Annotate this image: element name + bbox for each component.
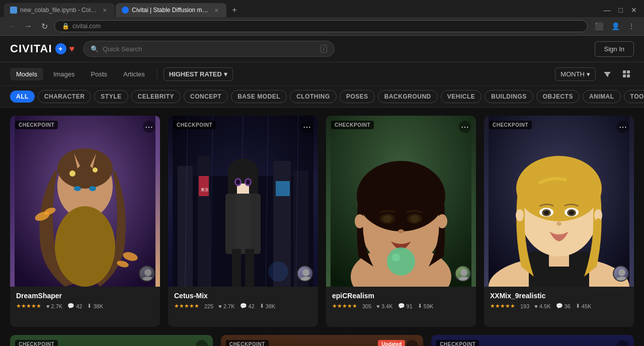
model-card-partial-3[interactable]: CHECKPOINT ⋯ xyxy=(431,335,634,346)
card-more-epic[interactable]: ⋯ xyxy=(459,121,471,133)
category-tool[interactable]: TOOL xyxy=(624,90,644,103)
sort-label: HIGHEST RATED xyxy=(169,70,222,78)
model-card-xxmix[interactable]: CHECKPOINT ⋯ xyxy=(484,116,634,327)
profile-button[interactable]: 👤 xyxy=(608,21,623,31)
card-more-xxmix[interactable]: ⋯ xyxy=(617,121,629,133)
svg-rect-21 xyxy=(178,166,193,287)
category-concept[interactable]: CONCEPT xyxy=(184,90,228,103)
sign-in-button[interactable]: Sign In xyxy=(595,41,634,57)
svg-point-8 xyxy=(55,206,115,287)
svg-point-55 xyxy=(410,215,419,222)
category-buildings[interactable]: BUILDINGS xyxy=(485,90,533,103)
tab-close-civitai[interactable]: ✕ xyxy=(212,6,220,14)
search-input[interactable] xyxy=(103,45,316,53)
card-artwork-epic xyxy=(326,116,476,287)
svg-point-54 xyxy=(383,215,392,222)
svg-point-58 xyxy=(392,253,400,262)
svg-point-15 xyxy=(69,170,75,177)
svg-point-7 xyxy=(57,148,113,189)
card-badge-dreamshaper: CHECKPOINT xyxy=(15,121,58,129)
back-button[interactable]: ← xyxy=(6,21,18,32)
refresh-button[interactable]: ↻ xyxy=(38,21,50,32)
svg-point-73 xyxy=(544,211,549,215)
layout-icon-button[interactable] xyxy=(619,66,634,81)
site-header: CIVITAI + ♥ 🔍 / Sign In xyxy=(0,36,644,62)
comments-dreamshaper: 💬 42 xyxy=(67,303,82,309)
category-all[interactable]: ALL xyxy=(10,91,35,103)
sort-button[interactable]: HIGHEST RATED ▾ xyxy=(164,67,233,81)
card-image-epic xyxy=(326,116,476,287)
url-text: civitai.com xyxy=(72,23,101,30)
comments-cetus: 💬 42 xyxy=(240,303,255,309)
period-button[interactable]: MONTH ▾ xyxy=(555,67,596,81)
search-box[interactable]: 🔍 / xyxy=(83,41,335,57)
forward-button[interactable]: → xyxy=(22,21,34,32)
filter-icon xyxy=(603,70,611,78)
category-celebrity[interactable]: CELEBRITY xyxy=(131,90,181,103)
card-avatar-dreamshaper xyxy=(139,266,155,282)
tab-add-button[interactable]: + xyxy=(227,3,242,17)
svg-point-16 xyxy=(93,167,98,172)
category-objects[interactable]: OBJECTS xyxy=(536,90,580,103)
svg-rect-27 xyxy=(276,181,290,196)
site-logo[interactable]: CIVITAI + ♥ xyxy=(10,42,75,55)
filter-tab-images[interactable]: Images xyxy=(47,68,81,80)
filter-icon-button[interactable] xyxy=(600,66,615,81)
svg-point-59 xyxy=(355,214,365,228)
svg-point-45 xyxy=(268,262,288,282)
model-card-dreamshaper[interactable]: CHECKPOINT ⋯ xyxy=(10,116,160,327)
model-card-partial-2[interactable]: CHECKPOINT Updated ⋯ xyxy=(221,335,424,346)
category-vehicle[interactable]: VEHICLE xyxy=(441,90,482,103)
favorites-icon[interactable]: ♥ xyxy=(69,44,75,54)
tab-jupyter[interactable]: new_colab_file.ipynb - Colabora... ✕ xyxy=(4,3,115,17)
address-bar: ← → ↻ 🔒 civitai.com ⬛ 👤 ⋮ xyxy=(0,17,644,35)
browser-window-controls: — □ ✕ xyxy=(601,5,640,15)
svg-point-75 xyxy=(556,222,561,226)
category-base-model[interactable]: BASE MODEL xyxy=(231,90,287,103)
card-info-dreamshaper: DreamShaper ★★★★★ ♥ 2.7K 💬 42 ⬇ 38K xyxy=(10,287,160,314)
card-avatar-cetus xyxy=(297,266,313,282)
card-badge-partial-1: CHECKPOINT xyxy=(15,340,58,346)
card-more-cetus[interactable]: ⋯ xyxy=(301,121,313,133)
category-animal[interactable]: ANIMAL xyxy=(583,90,621,103)
svg-point-74 xyxy=(569,211,574,215)
svg-point-14 xyxy=(89,186,96,191)
browser-actions: ⬛ 👤 ⋮ xyxy=(592,21,638,31)
tab-bar: new_colab_file.ipynb - Colabora... ✕ Civ… xyxy=(0,0,644,17)
updated-badge-partial-2: Updated xyxy=(378,340,405,346)
layout-icon xyxy=(622,70,630,78)
logo-plus-button[interactable]: + xyxy=(55,43,66,54)
model-card-partial-1[interactable]: CHECKPOINT ⋯ xyxy=(10,335,213,346)
stars-dreamshaper: ★★★★★ xyxy=(16,303,41,309)
model-card-epic[interactable]: CHECKPOINT ⋯ xyxy=(326,116,476,327)
url-input[interactable]: 🔒 civitai.com xyxy=(54,20,588,32)
settings-button[interactable]: ⋮ xyxy=(625,21,638,31)
card-image-cetus: 東京 xyxy=(168,116,318,287)
maximize-button[interactable]: □ xyxy=(616,5,626,15)
close-button[interactable]: ✕ xyxy=(628,5,640,15)
tab-civitai[interactable]: Civitai | Stable Diffusion models... ✕ xyxy=(116,3,226,17)
svg-point-57 xyxy=(387,247,415,276)
tab-favicon-jupyter xyxy=(10,7,17,14)
svg-point-39 xyxy=(236,180,240,185)
browser-chrome: new_colab_file.ipynb - Colabora... ✕ Civ… xyxy=(0,0,644,36)
likes-epic: ♥ 3.4K xyxy=(376,303,392,309)
category-character[interactable]: CHARACTER xyxy=(38,90,92,103)
stars-cetus: ★★★★★ xyxy=(174,303,199,309)
filter-tab-articles[interactable]: Articles xyxy=(117,68,151,80)
category-poses[interactable]: POSES xyxy=(340,90,375,103)
card-artwork-xxmix xyxy=(484,116,634,287)
tab-close-jupyter[interactable]: ✕ xyxy=(101,6,109,14)
minimize-button[interactable]: — xyxy=(601,5,614,15)
category-style[interactable]: STYLE xyxy=(94,90,128,103)
rating-count-epic: 305 xyxy=(362,303,371,309)
extensions-button[interactable]: ⬛ xyxy=(592,21,606,31)
svg-point-76 xyxy=(516,209,524,221)
category-clothing[interactable]: CLOTHING xyxy=(290,90,337,103)
filter-tab-posts[interactable]: Posts xyxy=(85,68,114,80)
model-card-cetus[interactable]: CHECKPOINT ⋯ xyxy=(168,116,318,327)
filter-tab-models[interactable]: Models xyxy=(10,68,43,80)
svg-point-78 xyxy=(596,218,600,222)
card-more-dreamshaper[interactable]: ⋯ xyxy=(143,121,155,133)
category-background[interactable]: BACKGROUND xyxy=(378,90,438,103)
